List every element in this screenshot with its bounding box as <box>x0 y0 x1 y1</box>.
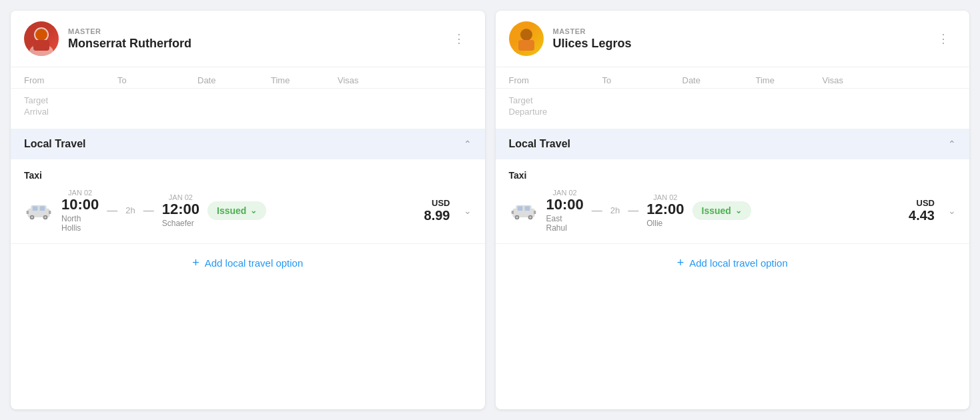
svg-rect-7 <box>40 206 45 211</box>
card-header-right: MASTER Ulices Legros ⋮ <box>496 11 970 67</box>
add-option-right[interactable]: + Add local travel option <box>496 244 970 282</box>
col-to-left: To <box>117 75 197 85</box>
role-right: MASTER <box>553 27 933 35</box>
add-option-left[interactable]: + Add local travel option <box>11 244 485 282</box>
arrival-time-right: 12:00 <box>646 201 684 217</box>
departure-date-left: JAN 02 <box>61 189 99 197</box>
expand-icon-left[interactable]: ⌄ <box>464 205 472 216</box>
arrival-block-left: JAN 02 12:00 Schaefer <box>162 193 199 228</box>
arrival-place-left: Schaefer <box>162 219 199 228</box>
col-visas-left: Visas <box>338 75 472 85</box>
section-title-left: Local Travel <box>24 138 86 150</box>
departure-place-left: NorthHollis <box>61 214 99 233</box>
svg-rect-12 <box>27 211 29 214</box>
svg-rect-3 <box>33 40 49 51</box>
duration-right: 2h <box>610 205 620 215</box>
target-label-left: TargetArrival <box>24 95 64 118</box>
departure-block-right: JAN 02 10:00 EastRahul <box>546 189 584 233</box>
more-icon-left[interactable]: ⋮ <box>448 29 472 49</box>
trip-row-right: JAN 02 10:00 EastRahul — 2h — JAN 02 12:… <box>509 189 957 233</box>
svg-rect-24 <box>511 211 513 214</box>
name-left: Monserrat Rutherford <box>68 37 448 51</box>
avatar-left <box>24 21 59 56</box>
svg-rect-15 <box>518 40 534 51</box>
svg-point-2 <box>35 29 47 41</box>
add-icon-left: + <box>192 256 199 270</box>
card-header-left: MASTER Monserrat Rutherford ⋮ <box>11 11 485 67</box>
transport-section-left: Taxi JAN 02 10:00 Nor <box>11 159 485 244</box>
name-right: Ulices Legros <box>553 37 933 51</box>
add-label-right: Add local travel option <box>689 257 788 269</box>
col-date-right: Date <box>682 75 756 85</box>
col-time-left: Time <box>271 75 338 85</box>
taxi-icon-left <box>24 196 53 225</box>
expand-icon-right[interactable]: ⌄ <box>948 205 956 216</box>
col-time-right: Time <box>756 75 823 85</box>
role-left: MASTER <box>68 27 448 35</box>
svg-rect-25 <box>534 211 536 214</box>
dash-2-left: — <box>143 205 154 217</box>
price-left: 8.99 <box>424 208 450 223</box>
header-info-right: MASTER Ulices Legros <box>553 27 933 51</box>
departure-block-left: JAN 02 10:00 NorthHollis <box>61 189 99 233</box>
status-chevron-left: ⌄ <box>250 206 257 215</box>
col-visas-right: Visas <box>823 75 957 85</box>
svg-point-22 <box>516 216 518 218</box>
card-right: MASTER Ulices Legros ⋮ From To Date Time… <box>496 11 970 409</box>
dash-1-right: — <box>592 205 602 217</box>
taxi-icon-right <box>509 196 538 225</box>
svg-rect-19 <box>524 206 530 211</box>
dash-2-right: — <box>628 205 638 217</box>
status-chevron-right: ⌄ <box>735 206 742 215</box>
arrival-date-right: JAN 02 <box>646 193 684 201</box>
status-badge-left[interactable]: Issued ⌄ <box>207 201 266 220</box>
departure-time-right: 10:00 <box>546 197 584 213</box>
currency-left: USD <box>424 198 450 208</box>
col-from-right: From <box>509 75 602 85</box>
col-to-right: To <box>602 75 682 85</box>
add-icon-right: + <box>677 256 684 270</box>
card-left: MASTER Monserrat Rutherford ⋮ From To Da… <box>11 11 485 409</box>
columns-row-right: From To Date Time Visas <box>496 67 970 89</box>
chevron-up-icon-right[interactable]: ⌃ <box>948 139 956 149</box>
more-icon-right[interactable]: ⋮ <box>932 29 956 49</box>
currency-right: USD <box>909 198 935 208</box>
status-label-right: Issued <box>702 205 731 216</box>
dash-1-left: — <box>107 205 117 217</box>
target-row-right: TargetDeparture <box>496 89 970 129</box>
svg-rect-6 <box>33 206 38 211</box>
arrival-date-left: JAN 02 <box>162 193 199 201</box>
trip-row-left: JAN 02 10:00 NorthHollis — 2h — JAN 02 1… <box>24 189 472 233</box>
add-label-left: Add local travel option <box>205 257 304 269</box>
avatar-right <box>509 21 544 56</box>
status-badge-right[interactable]: Issued ⌄ <box>692 201 751 220</box>
transport-type-right: Taxi <box>509 170 957 181</box>
price-block-left: USD 8.99 <box>424 198 450 223</box>
departure-place-right: EastRahul <box>546 214 584 233</box>
svg-point-23 <box>529 216 531 218</box>
section-title-right: Local Travel <box>509 138 571 150</box>
status-label-left: Issued <box>217 205 246 216</box>
svg-point-11 <box>44 216 46 218</box>
price-block-right: USD 4.43 <box>909 198 935 223</box>
svg-point-10 <box>31 216 33 218</box>
svg-point-14 <box>520 29 532 41</box>
transport-type-left: Taxi <box>24 170 472 181</box>
svg-rect-18 <box>517 206 522 211</box>
target-label-right: TargetDeparture <box>509 95 549 118</box>
departure-date-right: JAN 02 <box>546 189 584 197</box>
col-date-left: Date <box>197 75 271 85</box>
col-from-left: From <box>24 75 117 85</box>
target-row-left: TargetArrival <box>11 89 485 129</box>
price-right: 4.43 <box>909 208 935 223</box>
header-info-left: MASTER Monserrat Rutherford <box>68 27 448 51</box>
section-header-right: Local Travel ⌃ <box>496 129 970 159</box>
section-header-left: Local Travel ⌃ <box>11 129 485 159</box>
arrival-block-right: JAN 02 12:00 Ollie <box>646 193 684 228</box>
chevron-up-icon-left[interactable]: ⌃ <box>464 139 472 149</box>
duration-left: 2h <box>125 205 135 215</box>
svg-rect-13 <box>49 211 51 214</box>
columns-row-left: From To Date Time Visas <box>11 67 485 89</box>
transport-section-right: Taxi JAN 02 10:00 Eas <box>496 159 970 244</box>
arrival-time-left: 12:00 <box>162 201 199 217</box>
